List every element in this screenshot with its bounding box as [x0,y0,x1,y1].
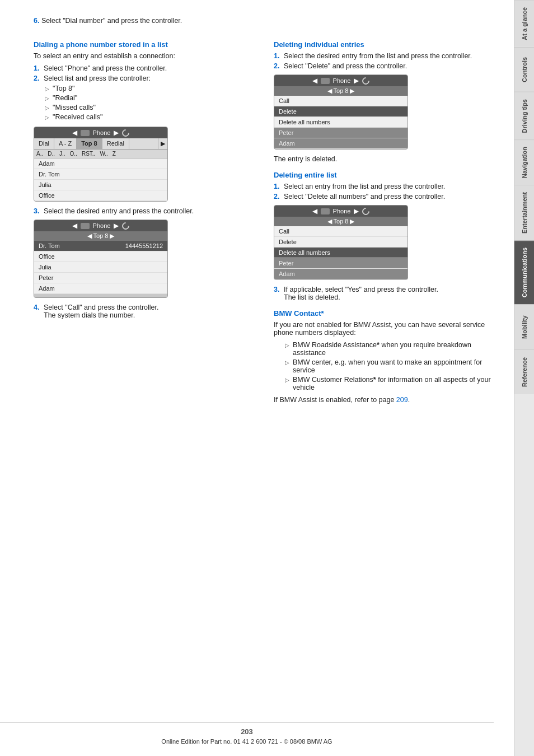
refresh-icon-4 [361,206,371,216]
phone-title-2: Phone [93,222,111,229]
del-ind-step-1-text: Select the desired entry from the list a… [284,52,472,60]
subtab-w: W.. [100,151,107,157]
footer-text: Online Edition for Part no. 01 41 2 600 … [161,738,332,745]
subtab-a: A.. [36,151,43,157]
fwd-arrow-icon-2: ▶ [114,222,119,230]
back-arrow-icon-4: ◀ [312,207,317,215]
step-4-text: Select "Call" and press the controller. … [44,304,159,319]
bmw-contact-heading: BMW Contact* [274,309,497,318]
del-ent-step-1-num: 1. [274,183,282,190]
phone-ui-1-subtabs: A.. D.. J.. O.. RST.. W.. Z [34,150,167,158]
phone-ui-del-ind: ◀ Phone ▶ ◀ Top 8 ▶ Call Delete Delete a… [274,74,408,150]
deleting-individual-heading: Deleting individual entries [274,40,497,49]
right-column: Deleting individual entries 1. Select th… [274,32,497,408]
row-office: Office [34,190,167,201]
del-ind-step-1: 1. Select the desired entry from the lis… [274,52,497,60]
step-4-line2: The system dials the number. [44,311,159,319]
bullet-top8-text: "Top 8" [53,85,74,92]
sidebar-tab-controls[interactable]: Controls [514,47,535,92]
bullet-received-text: "Received calls" [53,113,102,121]
delent-row-peter: Peter [274,258,407,269]
sidebar-tab-communications[interactable]: Communications [514,240,535,304]
page-wrapper: 6. Select "Dial number" and press the co… [0,0,534,756]
page-link-209[interactable]: 209 [396,396,408,404]
phone-icon-1 [81,130,90,136]
arrow-icon-6: ▷ [285,360,289,366]
row-adam: Adam [34,158,167,169]
bullet-redial-text: "Redial" [53,94,77,102]
sidebar-tab-entertainment[interactable]: Entertainment [514,185,535,240]
step-6-number: 6. [34,17,39,25]
row-office-2: Office [34,251,167,262]
del-ent-step-3-num: 3. [274,286,282,301]
step-2-num: 2. [34,74,41,82]
dialing-step-2: 2. Select list and press the controller: [34,74,257,82]
del-row-delete: Delete [274,106,407,117]
arrow-icon-1: ▷ [45,86,49,92]
del-ent-step-2-num: 2. [274,193,282,200]
step-6-text: Select "Dial number" and press the contr… [41,17,182,25]
sidebar-tab-driving-tips[interactable]: Driving tips [514,92,535,140]
row-julia: Julia [34,180,167,190]
phone-icon-2 [81,223,90,229]
bullet-top8: ▷ "Top 8" [45,85,257,92]
sidebar-tab-mobility[interactable]: Mobility [514,305,535,349]
bmw-bullet-1-text: BMW Roadside Assistance* when you requir… [293,341,497,357]
del-ent-step-1-text: Select an entry from the list and press … [284,183,445,190]
bmw-contact-intro: If you are not enabled for BMW Assist, y… [274,321,497,337]
dialing-intro: To select an entry and establish a conne… [34,52,257,60]
subtab-d: D.. [48,151,55,157]
dialing-step-3: 3. Select the desired entry and press th… [34,207,257,215]
phone-ui-2-subheader: ◀ Top 8 ▶ [34,231,167,241]
left-column: Dialing a phone number stored in a list … [34,32,257,408]
tab-az[interactable]: A - Z [54,138,77,149]
del-row-peter: Peter [274,128,407,138]
del-ent-step-2-text: Select "Delete all numbers" and press th… [284,193,445,200]
phone-ui-del-ent-subheader: ◀ Top 8 ▶ [274,217,407,226]
del-row-call: Call [274,96,407,106]
tab-top8[interactable]: Top 8 [77,138,102,149]
bullet-received: ▷ "Received calls" [45,113,257,121]
refresh-icon-3 [361,76,371,86]
del-ent-step-3-line2: The list is deleted. [284,293,438,301]
phone-ui-del-ind-subheader: ◀ Top 8 ▶ [274,86,407,96]
page-number: 203 [0,727,494,736]
subtab-z: Z [113,151,116,157]
row-drtom: Dr. Tom [34,169,167,180]
delent-row-deleteall: Delete all numbers [274,248,407,258]
back-arrow-icon-3: ◀ [312,77,317,85]
sidebar-tab-reference[interactable]: Reference [514,349,535,394]
tab-dial[interactable]: Dial [34,138,54,149]
bmw-bullet-3: ▷ BMW Customer Relations* for informatio… [285,376,497,391]
delent-row-delete: Delete [274,237,407,248]
step-2-text: Select list and press the controller: [44,74,151,82]
fwd-arrow-icon-3: ▶ [354,77,359,85]
phone-ui-del-ent-header: ◀ Phone ▶ [274,206,407,217]
deleted-text: The entry is deleted. [274,155,497,163]
bullet-missed: ▷ "Missed calls" [45,104,257,111]
scroll-indicator [34,294,167,297]
phone-title-3: Phone [333,77,351,84]
del-ind-step-2-text: Select "Delete" and press the controller… [284,62,407,70]
del-ent-step-2: 2. Select "Delete all numbers" and press… [274,193,497,200]
del-ent-step-3: 3. If applicable, select "Yes" and press… [274,286,497,301]
sidebar-tab-at-a-glance[interactable]: At a glance [514,0,535,47]
bmw-bullet-1: ▷ BMW Roadside Assistance* when you requ… [285,341,497,357]
tab-redial[interactable]: Redial [102,138,129,149]
phone-ui-del-ent: ◀ Phone ▶ ◀ Top 8 ▶ Call Delete Delete a… [274,205,408,280]
phone-title-1: Phone [93,129,111,136]
step-3-text: Select the desired entry and press the c… [44,207,194,215]
bullet-missed-text: "Missed calls" [53,104,96,111]
bullet-redial: ▷ "Redial" [45,94,257,102]
del-ind-step-2-num: 2. [274,62,282,70]
bmw-bullet-2: ▷ BMW center, e.g. when you want to make… [285,358,497,374]
del-ent-step-3-line1: If applicable, select "Yes" and press th… [284,286,438,293]
bmw-contact-footer: If BMW Assist is enabled, refer to page … [274,396,497,404]
page-footer: 203 Online Edition for Part no. 01 41 2 … [0,722,494,745]
sidebar-tab-navigation[interactable]: Navigation [514,139,535,185]
dialing-step-1: 1. Select "Phone" and press the controll… [34,64,257,72]
arrow-icon-4: ▷ [45,114,49,120]
bmw-bullet-2-text: BMW center, e.g. when you want to make a… [293,358,497,374]
step-4-num: 4. [34,304,41,319]
arrow-icon-5: ▷ [285,342,289,348]
